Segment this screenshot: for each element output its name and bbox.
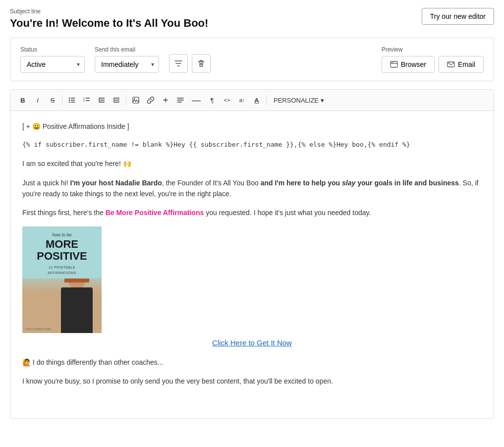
status-select-wrapper: Active Inactive ▾ [20, 56, 85, 73]
status-select[interactable]: Active Inactive [20, 56, 85, 73]
browser-preview-button[interactable]: Browser [382, 56, 435, 73]
line-7: I know you're busy, so I promise to only… [22, 376, 482, 387]
link-icon [162, 97, 169, 104]
browser-btn-label: Browser [401, 60, 426, 68]
hyperlink-button[interactable] [144, 94, 157, 107]
svg-point-1 [392, 62, 392, 63]
outdent-button[interactable] [95, 94, 108, 107]
book-positive: POSITIVE [29, 250, 95, 262]
indent-icon [113, 97, 120, 104]
svg-point-5 [69, 100, 70, 101]
delete-button[interactable] [192, 54, 211, 73]
image-icon [132, 97, 139, 104]
editor-toolbar: B I S 1. 2. [10, 90, 494, 111]
book-image-block: how to be MORE POSITIVE 12 PRINTABLE AFF… [22, 226, 482, 349]
line4-bold2: and I'm here to help you [261, 179, 340, 187]
send-select-wrapper: Immediately Scheduled ▾ [95, 56, 159, 73]
line-4: Just a quick hi! I'm your host Nadalie B… [22, 177, 482, 200]
subject-label: Subject line [10, 8, 208, 15]
email-btn-label: Email [458, 60, 475, 68]
unordered-list-button[interactable] [65, 94, 78, 107]
book-affirmations: AFFIRMATIONS [29, 270, 95, 276]
book-more: MORE [29, 238, 95, 250]
link-button[interactable] [159, 94, 172, 107]
book-printable: 12 PRINTABLE [29, 265, 95, 270]
svg-point-6 [69, 102, 70, 103]
send-label: Send this email [95, 46, 159, 53]
ul-icon [68, 97, 75, 104]
send-select[interactable]: Immediately Scheduled [95, 56, 159, 73]
book-how-to-be: how to be [29, 231, 95, 238]
svg-rect-9 [133, 97, 139, 103]
image-button[interactable] [129, 94, 142, 107]
line5-prefix: First things first, here's the [22, 209, 106, 217]
font-size-button[interactable]: a↕ [235, 94, 248, 107]
svg-rect-0 [391, 61, 397, 67]
align-icon [177, 97, 184, 104]
preview-group: Preview Browser Email [382, 46, 484, 73]
personalize-button[interactable]: PERSONALIZE ▾ [270, 95, 328, 106]
header: Subject line You're In! Welcome to It's … [10, 8, 494, 30]
subject-section: Subject line You're In! Welcome to It's … [10, 8, 208, 30]
editor-content[interactable]: [ + 😀 Positive Affirmations Inside ] {% … [10, 111, 494, 418]
line4-italic: slay [340, 179, 355, 187]
icon-buttons-group [169, 54, 211, 73]
indent-button[interactable] [110, 94, 123, 107]
hyperlink-icon [147, 97, 154, 104]
align-button[interactable] [174, 94, 187, 107]
outdent-icon [98, 97, 105, 104]
strikethrough-button[interactable]: S [46, 94, 59, 107]
line-1: [ + 😀 Positive Affirmations Inside ] [22, 121, 482, 132]
toolbar-divider-1 [62, 95, 62, 105]
svg-point-4 [69, 98, 70, 99]
send-group: Send this email Immediately Scheduled ▾ [95, 46, 159, 73]
book-website: ITSALLYOUBOO.COM [25, 327, 51, 331]
status-label: Status [20, 46, 85, 53]
click-here-link[interactable]: Click Here to Get It Now [22, 337, 482, 349]
subject-title: You're In! Welcome to It's All You Boo! [10, 17, 208, 30]
paragraph-button[interactable]: ¶ [206, 94, 219, 107]
trash-icon [197, 59, 205, 67]
status-group: Status Active Inactive ▾ [20, 46, 85, 73]
filter-button[interactable] [169, 54, 188, 73]
svg-point-10 [134, 98, 135, 99]
browser-icon [390, 60, 398, 68]
italic-button[interactable]: I [31, 94, 44, 107]
line-2: {% if subscriber.first_name != blank %}H… [22, 140, 482, 150]
email-icon [447, 60, 455, 68]
svg-text:2.: 2. [83, 99, 85, 102]
line4-bold3: your goals in life and business [355, 179, 459, 187]
line-6: 🙋 I do things differently than other coa… [22, 357, 482, 368]
page-wrapper: Subject line You're In! Welcome to It's … [0, 0, 504, 447]
personalize-label: PERSONALIZE [274, 97, 319, 104]
code-button[interactable]: <> [221, 94, 233, 107]
try-new-editor-button[interactable]: Try our new editor [422, 8, 494, 25]
line4-mid: , the Founder of It's All You Boo [162, 179, 261, 187]
personalize-arrow: ▾ [321, 97, 324, 104]
ol-icon: 1. 2. [83, 97, 90, 104]
svg-point-2 [392, 62, 393, 63]
line-3: I am so excited that you're here! 🙌 [22, 158, 482, 169]
hr-button[interactable]: — [189, 94, 204, 107]
line5-link: Be More Positive Affirmations [106, 209, 204, 217]
filter-icon [174, 59, 182, 67]
line5-end: you requested. I hope it's just what you… [204, 209, 371, 217]
email-preview-button[interactable]: Email [439, 56, 484, 73]
bold-button[interactable]: B [16, 94, 29, 107]
toolbar-divider-2 [126, 95, 126, 105]
controls-bar: Status Active Inactive ▾ Send this email… [10, 38, 494, 81]
font-color-button[interactable]: A [250, 94, 263, 107]
ordered-list-button[interactable]: 1. 2. [80, 94, 93, 107]
book-cover: how to be MORE POSITIVE 12 PRINTABLE AFF… [22, 226, 102, 333]
line4-prefix: Just a quick hi! [22, 179, 70, 187]
preview-label: Preview [382, 46, 484, 53]
line-5: First things first, here's the Be More P… [22, 207, 482, 218]
toolbar-divider-3 [266, 95, 267, 105]
preview-buttons: Browser Email [382, 56, 484, 73]
editor-wrapper: B I S 1. 2. [10, 89, 494, 419]
line4-bold: I'm your host Nadalie Bardo [70, 179, 162, 187]
